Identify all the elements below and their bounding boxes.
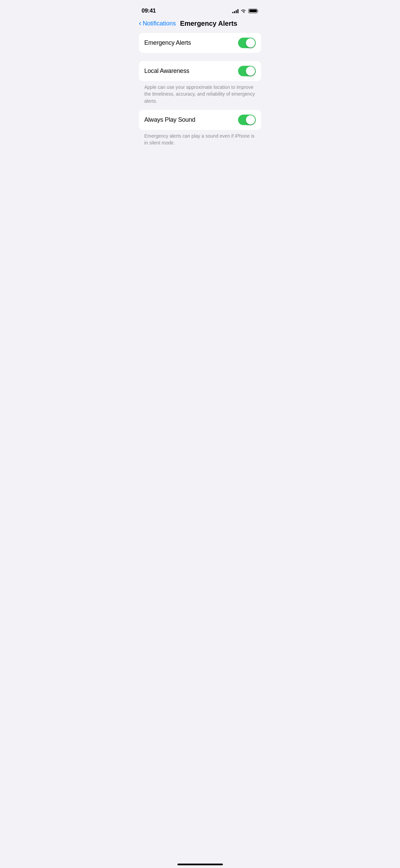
emergency-alerts-group: Emergency Alerts [139,33,261,53]
signal-bar-2 [234,11,235,13]
chevron-left-icon: ‹ [139,20,141,27]
emergency-alerts-row: Emergency Alerts [139,33,261,53]
status-icons [232,9,258,13]
local-awareness-toggle[interactable] [238,66,256,76]
signal-bar-1 [232,12,233,13]
battery-icon [248,9,258,13]
page-title: Emergency Alerts [180,20,237,27]
local-always-card: Local Awareness [139,61,261,81]
status-bar: 09:41 [133,0,267,17]
back-label: Notifications [143,20,176,27]
local-awareness-group: Local Awareness Apple can use your appro… [139,61,261,152]
toggle-thumb [246,38,255,47]
local-awareness-description: Apple can use your approximate location … [139,81,261,110]
content: Emergency Alerts Local Awareness Apple c [133,33,267,152]
always-play-toggle[interactable] [238,115,256,125]
signal-icon [232,9,238,13]
signal-bar-3 [236,10,237,13]
always-play-card: Always Play Sound [139,110,261,130]
toggle-thumb-3 [246,115,255,124]
back-button[interactable]: ‹ Notifications [139,20,176,27]
emergency-alerts-card: Emergency Alerts [139,33,261,53]
toggle-thumb-2 [246,66,255,76]
always-play-label: Always Play Sound [144,116,195,123]
signal-bar-4 [237,9,238,13]
always-play-row: Always Play Sound [139,110,261,130]
local-awareness-row: Local Awareness [139,61,261,81]
emergency-alerts-label: Emergency Alerts [144,39,191,46]
emergency-alerts-toggle[interactable] [238,38,256,48]
always-play-description: Emergency alerts can play a sound even i… [139,130,261,152]
local-awareness-label: Local Awareness [144,67,189,75]
wifi-icon [240,9,246,13]
nav-header: ‹ Notifications Emergency Alerts [133,17,267,33]
status-time: 09:41 [142,7,156,14]
